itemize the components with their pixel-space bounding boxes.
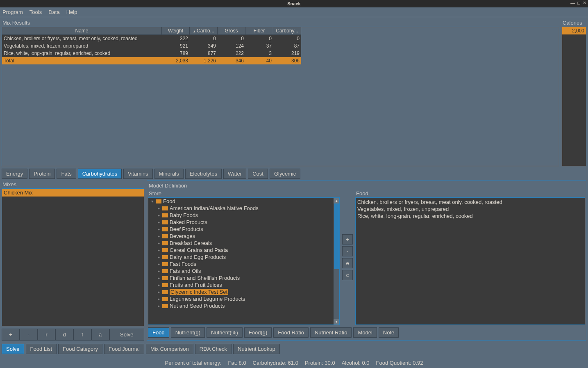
mix-btn-solve[interactable]: Solve <box>109 329 145 341</box>
tree-item[interactable]: ▸Baby Foods <box>148 212 339 219</box>
food-item[interactable]: Chicken, broilers or fryers, breast, mea… <box>356 199 584 206</box>
expander-icon[interactable]: ▸ <box>157 255 161 259</box>
close-icon[interactable]: ✕ <box>583 0 586 6</box>
model-tab-model[interactable]: Model <box>353 327 377 338</box>
tree-item[interactable]: ▸Fats and Oils <box>148 267 339 274</box>
tree-item[interactable]: ▸Dairy and Egg Products <box>148 254 339 261</box>
expander-icon[interactable]: ▸ <box>157 227 161 231</box>
model-tab-note[interactable]: Note <box>379 327 399 338</box>
expander-icon[interactable]: ▸ <box>157 262 161 266</box>
expander-icon[interactable]: ▸ <box>157 234 161 238</box>
minimize-icon[interactable]: — <box>570 0 575 6</box>
scroll-up-icon[interactable]: ▴ <box>334 198 339 203</box>
tab-protein[interactable]: Protein <box>29 169 55 179</box>
model-tab-nutrient[interactable]: Nutrient(%) <box>207 327 243 338</box>
col-gross[interactable]: Gross <box>218 27 245 34</box>
tree-item[interactable]: ▸Legumes and Legume Products <box>148 295 339 302</box>
table-row[interactable]: Vegetables, mixed, frozen, unprepared921… <box>2 42 301 50</box>
expander-icon[interactable]: ▾ <box>150 199 154 203</box>
bottom-tab-food-journal[interactable]: Food Journal <box>104 344 144 354</box>
tree-item[interactable]: ▸Finfish and Shellfish Products <box>148 274 339 281</box>
food-item[interactable]: Vegetables, mixed, frozen, unprepared <box>356 206 584 213</box>
model-btn-+[interactable]: + <box>342 234 353 245</box>
tab-fats[interactable]: Fats <box>57 169 76 179</box>
food-item[interactable]: Rice, white, long-grain, regular, enrich… <box>356 213 584 219</box>
store-tree[interactable]: ▾ Food ▸American Indian/Alaska Native Fo… <box>148 197 340 325</box>
col-carbo1[interactable]: Carbo... <box>190 27 218 34</box>
menu-data[interactable]: Data <box>48 9 59 15</box>
tree-item[interactable]: ▸Breakfast Cereals <box>148 240 339 247</box>
tab-cost[interactable]: Cost <box>248 169 268 179</box>
table-row[interactable]: Rice, white, long-grain, regular, enrich… <box>2 50 301 57</box>
expander-icon[interactable]: ▸ <box>157 269 161 273</box>
model-tab-foodratio[interactable]: Food Ratio <box>273 327 309 338</box>
food-list[interactable]: Chicken, broilers or fryers, breast, mea… <box>355 197 585 325</box>
tree-item[interactable]: ▸Beef Products <box>148 226 339 233</box>
tree-item[interactable]: ▸Baked Products <box>148 219 339 226</box>
bottom-tab-mix-comparison[interactable]: Mix Comparison <box>146 344 193 354</box>
tab-glycemic[interactable]: Glycemic <box>270 169 300 179</box>
tree-item[interactable]: ▸Nut and Seed Products <box>148 302 339 309</box>
bottom-tab-food-list[interactable]: Food List <box>26 344 57 354</box>
tab-water[interactable]: Water <box>223 169 246 179</box>
col-name[interactable]: Name <box>2 27 162 34</box>
tab-carbohydrates[interactable]: Carbohydrates <box>78 169 122 179</box>
col-carbohy[interactable]: Carbohy... <box>273 27 301 34</box>
tree-root[interactable]: ▾ Food <box>148 198 339 205</box>
tree-item[interactable]: ▸American Indian/Alaska Native Foods <box>148 205 339 212</box>
expander-icon[interactable]: ▸ <box>157 283 161 287</box>
model-btn--[interactable]: - <box>342 246 353 256</box>
expander-icon[interactable]: ▸ <box>157 206 161 210</box>
menu-help[interactable]: Help <box>66 9 77 15</box>
mix-btn-a[interactable]: a <box>91 329 109 341</box>
mix-btn-d[interactable]: d <box>55 329 73 341</box>
model-tab-food[interactable]: Food <box>148 327 169 338</box>
mix-buttons-row: +-rdfaSolve <box>2 329 144 341</box>
expander-icon[interactable]: ▸ <box>157 241 161 245</box>
menu-program[interactable]: Program <box>2 9 23 15</box>
expander-icon[interactable]: ▸ <box>157 213 161 217</box>
folder-icon <box>162 206 168 210</box>
mixes-list[interactable]: Chicken Mix <box>2 188 144 326</box>
bottom-tabs: SolveFood ListFood CategoryFood JournalM… <box>2 344 586 354</box>
tab-energy[interactable]: Energy <box>2 169 27 179</box>
model-tab-nutrientratio[interactable]: Nutrient Ratio <box>310 327 352 338</box>
col-weight[interactable]: Weight <box>162 27 190 34</box>
status-fat: Fat: 8.0 <box>228 360 246 366</box>
bottom-tab-nutrient-lookup[interactable]: Nutrient Lookup <box>233 344 280 354</box>
expander-icon[interactable]: ▸ <box>157 248 161 252</box>
expander-icon[interactable]: ▸ <box>157 276 161 280</box>
mix-btn-f[interactable]: f <box>73 329 91 341</box>
scroll-thumb[interactable] <box>334 203 339 269</box>
expander-icon[interactable]: ▸ <box>157 290 161 294</box>
model-tab-nutrientg[interactable]: Nutrient(g) <box>171 327 205 338</box>
bottom-tab-rda-check[interactable]: RDA Check <box>195 344 232 354</box>
scroll-down-icon[interactable]: ▾ <box>334 319 339 325</box>
tree-item[interactable]: ▸Fast Foods <box>148 261 339 267</box>
model-btn-c[interactable]: c <box>342 270 353 280</box>
tab-vitamins[interactable]: Vitamins <box>123 169 153 179</box>
window-titlebar: Snack — □ ✕ <box>0 0 588 7</box>
mix-btn-r[interactable]: r <box>38 329 56 341</box>
expander-icon[interactable]: ▸ <box>157 304 161 308</box>
tab-electrolytes[interactable]: Electrolytes <box>185 169 222 179</box>
maximize-icon[interactable]: □ <box>577 0 580 6</box>
menu-tools[interactable]: Tools <box>30 9 42 15</box>
model-tab-foodg[interactable]: Food(g) <box>244 327 272 338</box>
bottom-tab-food-category[interactable]: Food Category <box>58 344 102 354</box>
expander-icon[interactable]: ▸ <box>157 220 161 224</box>
tree-item[interactable]: ▸Beverages <box>148 233 339 240</box>
expander-icon[interactable]: ▸ <box>157 297 161 301</box>
model-btn-e[interactable]: e <box>342 258 353 268</box>
mix-btn--[interactable]: - <box>20 329 38 341</box>
mix-btn-+[interactable]: + <box>2 329 20 341</box>
tree-item[interactable]: ▸Glycemic Index Test Set <box>148 288 339 295</box>
bottom-tab-solve[interactable]: Solve <box>2 344 24 354</box>
tab-minerals[interactable]: Minerals <box>154 169 184 179</box>
tree-item[interactable]: ▸Fruits and Fruit Juices <box>148 281 339 288</box>
table-row[interactable]: Chicken, broilers or fryers, breast, mea… <box>2 35 301 42</box>
mix-item[interactable]: Chicken Mix <box>2 189 144 197</box>
tree-scrollbar[interactable]: ▴ ▾ <box>334 198 339 325</box>
col-fiber[interactable]: Fiber <box>245 27 273 34</box>
tree-item[interactable]: ▸Cereal Grains and Pasta <box>148 247 339 254</box>
